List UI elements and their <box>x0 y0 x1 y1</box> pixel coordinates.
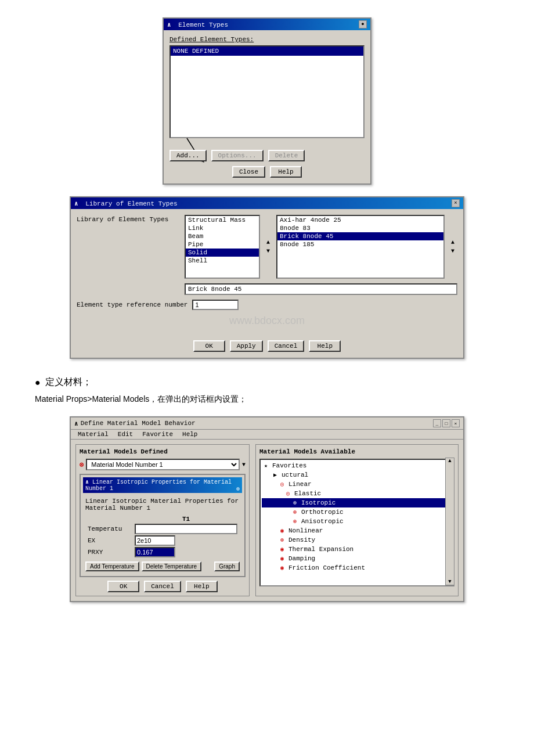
list-item[interactable]: Link <box>186 224 259 232</box>
col-header: T1 <box>132 515 240 523</box>
add-button[interactable]: Add... <box>169 150 207 161</box>
section-heading: 定义材料； <box>45 376 92 388</box>
tree-item-nonlinear[interactable]: ◉ Nonlinear <box>262 526 452 535</box>
bullet-icon: ● <box>35 377 41 388</box>
ex-label: EX <box>85 535 132 546</box>
scrollbar-down[interactable]: ▼ <box>448 579 451 585</box>
scroll-up-arrow2[interactable]: ▲ <box>451 239 454 246</box>
orthotropic-icon: ⊗ <box>291 508 299 516</box>
nonlinear-icon: ◉ <box>278 527 286 535</box>
close-button[interactable]: × <box>452 419 460 427</box>
delete-button[interactable]: Delete <box>268 150 305 161</box>
help-button[interactable]: Help <box>270 166 302 178</box>
tree-item-friction[interactable]: ◉ Friction Coefficient <box>262 563 452 573</box>
inner-close[interactable]: ⊗ <box>236 485 240 492</box>
structural-icon: ▶ <box>271 471 279 479</box>
scroll-down-arrow2[interactable]: ▼ <box>451 248 454 254</box>
elastic-icon: ◎ <box>284 489 292 498</box>
scroll-up-arrow[interactable]: ▲ <box>266 239 270 246</box>
defined-types-label: Defined Element Types: <box>169 36 365 43</box>
ref-label: Element type reference number <box>77 301 187 308</box>
library-dialog: ∧ Library of Element Types × Library of … <box>70 196 464 359</box>
none-defined-item[interactable]: NONE DEFINED <box>171 46 363 56</box>
material-tree: ★ Favorites ▶ uctural ◎ Linear ◎ Elastic… <box>259 459 454 586</box>
help-button[interactable]: Help <box>186 581 218 592</box>
thermal-icon: ◉ <box>278 545 286 553</box>
close-icon[interactable]: ● <box>359 20 367 28</box>
inner-title-text: Linear Isotropic Properties for Material… <box>85 479 232 492</box>
close-button[interactable]: Close <box>232 166 265 178</box>
list-item-solid[interactable]: Solid <box>186 249 259 257</box>
delete-temperature-button[interactable]: Delete Temperature <box>142 561 202 571</box>
library-titlebar: ∧ Library of Element Types × <box>71 197 463 209</box>
watermark: www.bdocx.com <box>229 315 305 327</box>
tree-item-favorites[interactable]: ★ Favorites <box>262 461 452 470</box>
element-type-extra: Brick 8node 45 <box>185 283 457 295</box>
minimize-button[interactable]: _ <box>433 419 441 427</box>
inner-dialog-title: ∧ Linear Isotropic Properties for Materi… <box>83 477 242 493</box>
cancel-button[interactable]: Cancel <box>144 581 181 592</box>
tree-item-orthotropic[interactable]: ⊗ Orthotropic <box>262 507 452 517</box>
material-dialog: ∧ Define Material Model Behavior _ □ × M… <box>70 416 464 602</box>
tree-item-anisotropic[interactable]: ⊗ Anisotropic <box>262 517 452 526</box>
help-button[interactable]: Help <box>309 340 341 352</box>
scroll-down-arrow[interactable]: ▼ <box>266 248 270 254</box>
ok-button[interactable]: OK <box>193 340 225 352</box>
density-icon: ⊗ <box>278 536 286 544</box>
apply-button[interactable]: Apply <box>230 340 263 352</box>
tree-item-structural[interactable]: ▶ uctural <box>262 470 452 480</box>
tree-item-linear[interactable]: ◎ Linear <box>262 480 452 489</box>
dialog-icon: ∧ <box>167 21 171 28</box>
scrollbar-up[interactable]: ▲ <box>448 458 451 464</box>
material-model-select[interactable]: Material Model Number 1 <box>86 459 240 470</box>
tree-item-isotropic[interactable]: ⊗ Isotropic <box>262 498 452 507</box>
temperature-input[interactable] <box>135 524 237 534</box>
ex-input[interactable] <box>135 535 175 546</box>
favorites-icon: ★ <box>262 462 270 470</box>
ok-button[interactable]: OK <box>107 581 139 592</box>
temp-label: Temperatu <box>85 523 132 535</box>
element-types-title: Element Types <box>178 21 228 28</box>
library-label: Library of Element Types <box>77 215 181 279</box>
maximize-button[interactable]: □ <box>442 419 450 427</box>
element-types-listbox[interactable]: NONE DEFINED <box>169 45 365 138</box>
list-item[interactable]: Structural Mass <box>186 216 259 224</box>
options-button[interactable]: Options... <box>211 150 264 161</box>
tree-item-elastic[interactable]: ◎ Elastic <box>262 489 452 498</box>
cancel-button[interactable]: Cancel <box>268 340 305 352</box>
menu-help[interactable]: Help <box>178 430 202 438</box>
list-item-shell[interactable]: Shell <box>186 257 259 265</box>
prxy-input[interactable] <box>135 547 175 557</box>
material-icon2: ⊗ <box>80 460 84 469</box>
library-close-icon[interactable]: × <box>452 199 460 207</box>
element-type-list[interactable]: Axi-har 4node 25 8node 83 Brick 8node 45… <box>276 215 445 279</box>
text-section: ● 定义材料； Material Props>Material Models，在… <box>35 376 499 405</box>
list-item[interactable]: Axi-har 4node 25 <box>277 216 443 224</box>
section-subheading: Material Props>Material Models，在弹出的对话框内设… <box>35 394 499 405</box>
list-item[interactable]: Pipe <box>186 240 259 249</box>
menu-material[interactable]: Material <box>73 430 113 438</box>
menu-edit[interactable]: Edit <box>113 430 138 438</box>
element-category-list[interactable]: Structural Mass Link Beam Pipe Solid She… <box>185 215 260 279</box>
tree-item-density[interactable]: ⊗ Density <box>262 535 452 545</box>
material-models-available-title: Material Models Available <box>259 448 454 455</box>
material-menubar: Material Edit Favorite Help <box>71 430 463 440</box>
material-title: Define Material Model Behavior <box>81 420 196 427</box>
list-item[interactable]: 8node 83 <box>277 224 443 232</box>
ref-number-input[interactable] <box>192 300 239 310</box>
tree-scrollbar[interactable]: ▲ ▼ <box>445 458 454 585</box>
menu-favorite[interactable]: Favorite <box>138 430 178 438</box>
material-titlebar: ∧ Define Material Model Behavior _ □ × <box>71 417 463 430</box>
add-temperature-button[interactable]: Add Temperature <box>85 561 139 571</box>
graph-button[interactable]: Graph <box>214 561 240 571</box>
tree-item-damping[interactable]: ◉ Damping <box>262 554 452 563</box>
isotropic-icon: ⊗ <box>291 499 299 507</box>
prxy-label: PRXY <box>85 546 132 558</box>
tree-item-thermal[interactable]: ◉ Thermal Expansion <box>262 545 452 554</box>
library-title: Library of Element Types <box>85 200 177 207</box>
list-item[interactable]: Beam <box>186 232 259 240</box>
list-item-brick[interactable]: Brick 8node 45 <box>277 232 443 240</box>
inner-body-title: Linear Isotropic Material Properties for… <box>85 498 240 512</box>
material-models-defined-title: Material Models Defined <box>80 448 246 455</box>
list-item[interactable]: 8node 185 <box>277 240 443 249</box>
